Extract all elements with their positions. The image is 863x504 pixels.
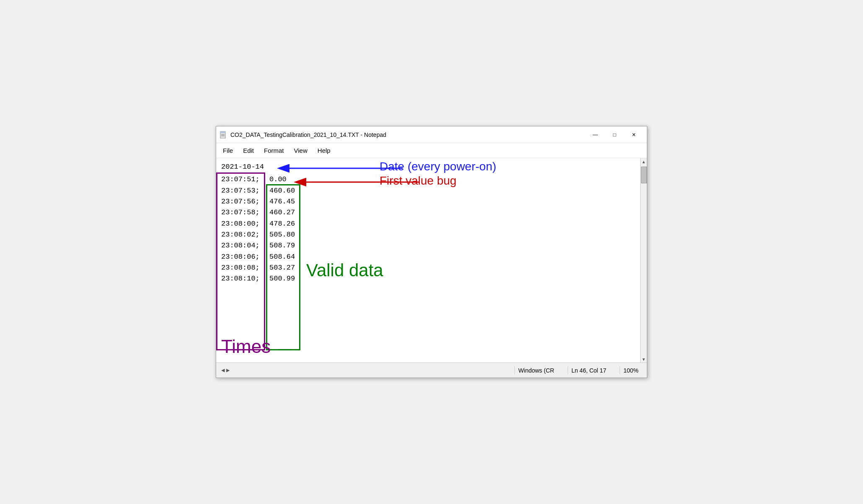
time-cell: 23:07:56; <box>221 196 269 207</box>
time-cell: 23:08:02; <box>221 229 269 240</box>
content-area: 2021-10-14 23:07:51;0.0023:07:53;460.602… <box>216 158 647 363</box>
position-status: Ln 46, Col 17 <box>568 366 610 375</box>
time-cell: 23:08:06; <box>221 252 269 262</box>
value-cell: 476.45 <box>269 196 299 207</box>
svg-rect-1 <box>220 131 225 133</box>
value-cell: 478.26 <box>269 219 299 229</box>
scroll-thumb[interactable] <box>641 167 647 183</box>
data-rows: 23:07:51;0.0023:07:53;460.6023:07:56;476… <box>221 174 635 284</box>
scroll-right-arrow[interactable]: ▶ <box>226 368 230 373</box>
date-value: 2021-10-14 <box>221 162 264 172</box>
minimize-button[interactable]: — <box>586 128 605 141</box>
value-cell: 0.00 <box>269 174 299 185</box>
menu-edit[interactable]: Edit <box>238 145 259 156</box>
value-cell: 460.60 <box>269 185 299 196</box>
value-cell: 505.80 <box>269 229 299 240</box>
time-cell: 23:07:58; <box>221 207 269 218</box>
data-row-1: 23:07:53;460.60 <box>221 185 635 196</box>
time-cell: 23:08:10; <box>221 273 269 284</box>
window-controls: — □ ✕ <box>586 128 643 141</box>
window-title: CO2_DATA_TestingCalibration_2021_10_14.T… <box>230 131 386 138</box>
statusbar: ◀ ▶ Windows (CR Ln 46, Col 17 100% <box>216 363 647 378</box>
data-row-7: 23:08:06;508.64 <box>221 252 635 262</box>
scroll-up-arrow[interactable]: ▲ <box>641 158 647 165</box>
app-icon <box>220 131 227 139</box>
data-row-8: 23:08:08;503.27 <box>221 262 635 273</box>
time-cell: 23:07:53; <box>221 185 269 196</box>
encoding-status: Windows (CR <box>514 366 558 375</box>
maximize-button[interactable]: □ <box>605 128 624 141</box>
value-cell: 508.64 <box>269 252 299 262</box>
value-cell: 500.99 <box>269 273 299 284</box>
value-cell: 508.79 <box>269 240 299 251</box>
time-cell: 23:08:04; <box>221 240 269 251</box>
data-row-9: 23:08:10;500.99 <box>221 273 635 284</box>
data-row-2: 23:07:56;476.45 <box>221 196 635 207</box>
date-line: 2021-10-14 <box>221 162 635 172</box>
statusbar-right: Windows (CR Ln 46, Col 17 100% <box>514 366 642 375</box>
menu-help[interactable]: Help <box>313 145 336 156</box>
horizontal-scroll[interactable]: ◀ ▶ <box>221 368 230 373</box>
scroll-left-arrow[interactable]: ◀ <box>221 368 225 373</box>
close-button[interactable]: ✕ <box>624 128 643 141</box>
menubar: File Edit Format View Help <box>216 143 647 158</box>
menu-format[interactable]: Format <box>259 145 289 156</box>
time-cell: 23:08:00; <box>221 219 269 229</box>
data-row-4: 23:08:00;478.26 <box>221 219 635 229</box>
menu-file[interactable]: File <box>218 145 238 156</box>
zoom-status: 100% <box>620 366 642 375</box>
data-row-0: 23:07:51;0.00 <box>221 174 635 185</box>
times-label: Times <box>221 332 271 361</box>
value-cell: 503.27 <box>269 262 299 273</box>
data-row-5: 23:08:02;505.80 <box>221 229 635 240</box>
time-cell: 23:07:51; <box>221 174 269 185</box>
scroll-down-arrow[interactable]: ▼ <box>641 356 647 363</box>
menu-view[interactable]: View <box>289 145 313 156</box>
notepad-window: CO2_DATA_TestingCalibration_2021_10_14.T… <box>216 126 647 378</box>
titlebar: CO2_DATA_TestingCalibration_2021_10_14.T… <box>216 126 647 143</box>
data-row-3: 23:07:58;460.27 <box>221 207 635 218</box>
time-cell: 23:08:08; <box>221 262 269 273</box>
text-area[interactable]: 2021-10-14 23:07:51;0.0023:07:53;460.602… <box>216 158 640 363</box>
titlebar-left: CO2_DATA_TestingCalibration_2021_10_14.T… <box>220 131 386 139</box>
data-row-6: 23:08:04;508.79 <box>221 240 635 251</box>
value-cell: 460.27 <box>269 207 299 218</box>
vertical-scrollbar[interactable]: ▲ ▼ <box>640 158 647 363</box>
statusbar-left: ◀ ▶ <box>221 368 514 373</box>
